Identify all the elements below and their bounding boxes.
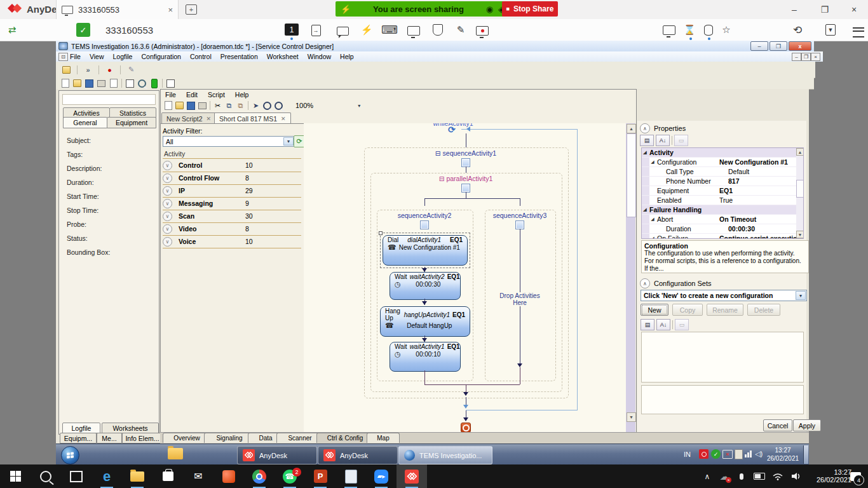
configuration-sets-header[interactable]: ∧ Configuration Sets xyxy=(640,278,712,288)
edge-taskbar-icon[interactable]: e xyxy=(92,464,122,488)
activity-group-control-flow[interactable]: ∨ Control Flow 8 xyxy=(163,172,301,185)
property-row[interactable]: ◢Failure Handling xyxy=(642,205,803,215)
configuration-sets-dropdown[interactable]: Click 'New' to create a new configuratio… xyxy=(641,290,807,301)
copy-configuration-button[interactable]: Copy xyxy=(672,304,703,316)
anydesk-taskbar-icon[interactable] xyxy=(397,464,427,488)
activity-node-wait2[interactable]: WaitwaitActivity2EQ1 ◷00:00:30 xyxy=(390,272,461,300)
sort-az-icon[interactable]: A↓ xyxy=(656,319,670,330)
switch-sides-icon[interactable]: ⇄ xyxy=(4,23,20,37)
powerpoint-taskbar-icon[interactable]: P xyxy=(305,464,336,488)
rename-configuration-button[interactable]: Rename xyxy=(707,304,743,316)
property-row[interactable]: ◢AbortOn Timeout xyxy=(642,215,803,224)
tab-worksheets[interactable]: Worksheets xyxy=(102,423,159,433)
menu-help[interactable]: Help xyxy=(340,53,354,60)
copy-icon[interactable]: ⧉ xyxy=(225,102,233,110)
new-session-button[interactable]: + xyxy=(186,4,197,15)
tab-signaling[interactable]: Signaling xyxy=(204,433,255,443)
monitor-select-button[interactable]: 1 xyxy=(285,24,299,36)
task-view-button[interactable] xyxy=(61,464,92,488)
sort-az-icon[interactable]: A↓ xyxy=(656,135,670,146)
permissions-shield-icon[interactable] xyxy=(430,23,446,37)
favorite-star-icon[interactable]: ☆ xyxy=(718,23,735,37)
tab-ctrl-and-config[interactable]: Ctrl & Config xyxy=(316,433,374,443)
host-search-button[interactable] xyxy=(31,464,61,488)
open-logfile-icon[interactable] xyxy=(62,65,71,74)
activity-group-video[interactable]: ∨ Video 8 xyxy=(163,222,301,236)
zoom-in-icon[interactable] xyxy=(263,102,271,110)
keyboard-icon[interactable]: ⌨ xyxy=(381,23,398,37)
logfile-search-input[interactable] xyxy=(62,94,156,105)
scroll-down-icon[interactable]: ▼ xyxy=(796,231,804,238)
categorized-view-icon[interactable]: ▤ xyxy=(640,135,654,146)
mdi-system-icon[interactable]: ⊡ xyxy=(58,53,68,61)
script-canvas[interactable]: whileActivity1 ⟳ ⊟ sequenceActivity1 ⊟ p… xyxy=(304,123,626,432)
menu-worksheet[interactable]: Worksheet xyxy=(267,53,299,60)
properties-grid[interactable]: ◢Activity ◢ConfigurationNew Configuratio… xyxy=(641,147,804,239)
tray-chevron-up-icon[interactable]: ∧ xyxy=(699,464,715,488)
tems-close-button[interactable]: x xyxy=(789,41,811,51)
activity-group-control[interactable]: ∨ Control 10 xyxy=(163,159,301,172)
zoom-dropdown-icon[interactable]: ▾ xyxy=(358,103,360,109)
menu-control[interactable]: Control xyxy=(190,53,212,60)
print-icon[interactable] xyxy=(97,79,105,88)
properties-header[interactable]: ∧ Properties xyxy=(640,123,686,133)
session-storage-icon[interactable] xyxy=(700,23,717,37)
stop-share-button[interactable]: ■ Stop Share xyxy=(502,1,558,17)
tems-restore-button[interactable]: ❐ xyxy=(770,41,787,51)
tab-map[interactable]: Map xyxy=(367,433,400,443)
designer-print-icon[interactable] xyxy=(198,102,207,110)
tab-logfile[interactable]: Logfile xyxy=(62,423,100,433)
status-check-tray-icon[interactable]: ✓ xyxy=(711,449,721,459)
activity-filter-dropdown[interactable]: All ▾ xyxy=(163,136,295,147)
zoom-level-value[interactable]: 100% xyxy=(295,102,313,109)
play-icon[interactable]: » xyxy=(84,65,92,74)
tab-equipment-bottom[interactable]: Equipm... xyxy=(60,433,97,444)
search-globe-icon[interactable] xyxy=(138,79,146,88)
designer-menu-file[interactable]: File xyxy=(165,91,176,98)
microsoft-store-taskbar-icon[interactable] xyxy=(153,464,183,488)
file-transfer-icon[interactable]: → xyxy=(308,24,324,37)
tab-me-bottom[interactable]: Me... xyxy=(97,433,122,444)
start-orb[interactable] xyxy=(61,446,79,464)
open-doc-icon[interactable] xyxy=(73,79,81,88)
designer-open-icon[interactable] xyxy=(175,102,184,110)
script-tab-new-script2[interactable]: New Script2 ✕ xyxy=(161,112,216,124)
sequence-icon[interactable] xyxy=(461,158,470,167)
chrome-taskbar-icon[interactable] xyxy=(244,464,275,488)
tab-general[interactable]: General xyxy=(63,117,107,128)
tems-minimize-button[interactable]: – xyxy=(750,41,768,51)
property-row[interactable]: EquipmentEQ1 xyxy=(642,186,803,196)
menu-logfile[interactable]: Logfile xyxy=(113,53,133,60)
language-indicator[interactable]: IN xyxy=(684,451,691,458)
designer-menu-script[interactable]: Script xyxy=(208,91,225,98)
chevron-down-icon[interactable]: ∨ xyxy=(163,186,172,196)
menu-configuration[interactable]: Configuration xyxy=(141,53,180,60)
record-icon[interactable]: ● xyxy=(105,65,114,74)
collapse-icon[interactable]: ∧ xyxy=(640,123,650,133)
signal-strength-tray-icon[interactable] xyxy=(745,451,752,458)
scroll-down-icon[interactable]: ▼ xyxy=(627,412,636,422)
collapse-icon[interactable]: ∧ xyxy=(640,278,650,288)
canvas-scrollbar[interactable]: ▲ ▼ xyxy=(626,123,635,432)
script-tab-short-call[interactable]: Short Call 817 MS1 ✕ xyxy=(214,112,291,124)
designer-new-icon[interactable] xyxy=(164,102,172,110)
activity-node-hangup[interactable]: Hang UphangUpActivity1EQ1 ☎Default HangU… xyxy=(380,306,470,337)
property-row[interactable]: EnabledTrue xyxy=(642,196,803,205)
minimize-window-button[interactable]: – xyxy=(780,0,808,19)
activity-node-dial[interactable]: DialdialActivity1EQ1 ☎New Configuration … xyxy=(383,235,468,266)
file-explorer-taskbar-icon[interactable] xyxy=(122,464,153,488)
designer-menu-edit[interactable]: Edit xyxy=(186,91,198,98)
whatsapp-taskbar-icon[interactable]: ☎ 2 xyxy=(275,464,305,488)
wifi-tray-icon[interactable] xyxy=(769,464,787,488)
close-window-button[interactable]: × xyxy=(840,0,868,19)
session-record-icon[interactable] xyxy=(474,24,491,37)
property-row[interactable]: ◢ConfigurationNew Configuration #1 xyxy=(642,158,803,167)
privacy-mode-icon[interactable] xyxy=(661,23,677,37)
while-loop-icon[interactable]: ⟳ xyxy=(448,125,456,135)
save-icon[interactable] xyxy=(85,79,93,88)
activity-group-ip[interactable]: ∨ IP 29 xyxy=(163,184,301,198)
sequence-icon[interactable] xyxy=(515,220,524,229)
property-row[interactable]: ◢On FailureContinue script execution xyxy=(642,234,803,239)
chevron-down-icon[interactable]: ∨ xyxy=(163,161,172,170)
notification-center-button[interactable]: 4 xyxy=(843,464,868,488)
